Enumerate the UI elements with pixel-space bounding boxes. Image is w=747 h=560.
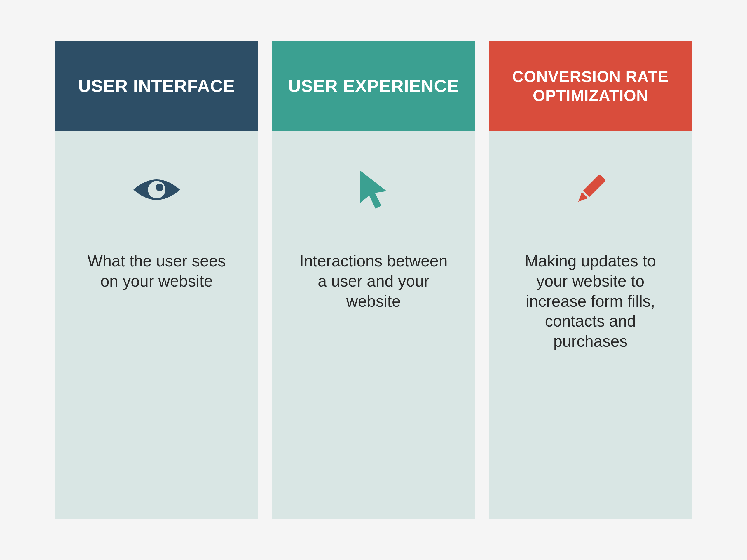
column-header: USER EXPERIENCE: [272, 41, 474, 131]
column-title: CONVERSION RATE OPTIMIZATION: [501, 67, 680, 105]
column-header: CONVERSION RATE OPTIMIZATION: [489, 41, 692, 131]
eye-icon: [130, 160, 183, 219]
cursor-icon: [355, 160, 392, 219]
column-body: Interactions between a user and your web…: [272, 131, 474, 519]
column-title: USER INTERFACE: [78, 76, 235, 97]
svg-point-1: [156, 183, 163, 191]
column-body: What the user sees on your website: [55, 131, 258, 519]
column-description: Making updates to your website to increa…: [513, 251, 668, 351]
three-column-diagram: USER INTERFACE What the user sees on you…: [0, 0, 747, 560]
column-title: USER EXPERIENCE: [288, 76, 459, 97]
column-user-interface: USER INTERFACE What the user sees on you…: [55, 41, 258, 519]
column-header: USER INTERFACE: [55, 41, 258, 131]
column-body: Making updates to your website to increa…: [489, 131, 692, 519]
pencil-icon: [570, 160, 611, 219]
column-user-experience: USER EXPERIENCE Interactions between a u…: [272, 41, 474, 519]
column-conversion-rate-optimization: CONVERSION RATE OPTIMIZATION: [489, 41, 692, 519]
column-description: Interactions between a user and your web…: [295, 251, 451, 311]
column-description: What the user sees on your website: [79, 251, 234, 291]
